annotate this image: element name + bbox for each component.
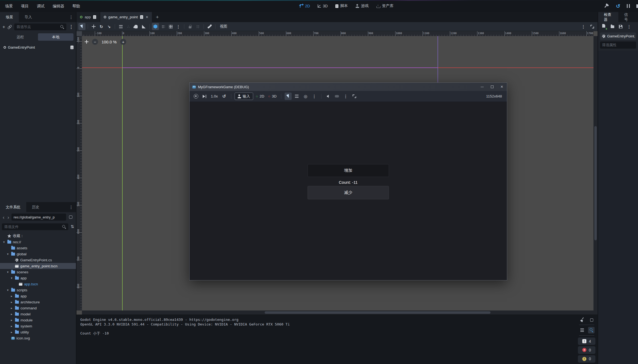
expander[interactable]: ▸ (10, 294, 13, 298)
dock-menu-button[interactable]: ⋮ (66, 12, 76, 22)
pan-mode-button[interactable] (132, 23, 140, 30)
local-button[interactable]: 本地 (38, 33, 73, 41)
zoom-out-button[interactable]: − (92, 39, 98, 45)
file-tree-row[interactable]: icon.svg (0, 335, 76, 341)
zoom-level[interactable]: 100.0 % (102, 40, 117, 44)
workspace-button[interactable]: 2D (300, 4, 310, 8)
close-icon[interactable]: × (501, 85, 503, 89)
zoom-in-button[interactable]: + (120, 39, 126, 45)
embed-menu-button[interactable]: ⋮ (342, 93, 349, 100)
2d-mode-button[interactable]: ○ 2D (255, 93, 265, 100)
game-window-titlebar[interactable]: MyGFrameworkGame (DEBUG) × (190, 83, 507, 91)
scene-tree-menu-button[interactable]: ⋮ (69, 25, 73, 29)
lock-object-button[interactable] (187, 23, 194, 30)
expander[interactable]: ▸ (10, 306, 13, 310)
file-tree-row[interactable]: 收藏： (0, 233, 76, 239)
vertical-scrollbar[interactable] (593, 36, 598, 310)
file-tree-row[interactable]: ▾ global (0, 251, 76, 257)
back-button[interactable]: ‹ (2, 215, 5, 220)
close-tab-icon[interactable]: × (146, 15, 148, 19)
expander[interactable]: ▸ (10, 324, 13, 328)
build-button[interactable] (605, 4, 609, 8)
expander[interactable]: ▸ (10, 312, 13, 316)
game-zoom-level[interactable]: 1.0x (210, 94, 219, 98)
horizontal-scrollbar[interactable] (82, 310, 593, 315)
instance-scene-button[interactable] (8, 25, 12, 29)
file-tree-row[interactable]: ▾ res:// (0, 239, 76, 245)
tab-filesystem[interactable]: 文件系统 (0, 202, 26, 212)
expander[interactable]: ▸ (10, 300, 13, 304)
stop-button[interactable] (636, 4, 638, 8)
canvas[interactable]: − 100.0 % + MyGFrameworkGame (DEBUG) (82, 36, 593, 310)
camera-menu-button[interactable]: ⋮ (311, 93, 318, 100)
canvas-extra-menu-button[interactable]: ⋮ (580, 23, 587, 30)
expander[interactable]: ▾ (6, 252, 10, 256)
file-tree-row[interactable]: ▾ scripts (0, 287, 76, 293)
search-output-button[interactable] (588, 327, 595, 333)
clear-output-button[interactable] (579, 316, 585, 323)
group-object-button[interactable] (194, 23, 201, 30)
workspace-button[interactable]: 资产库 (376, 4, 394, 8)
file-tree-row[interactable]: ▸ system (0, 323, 76, 329)
expander[interactable]: ▾ (6, 288, 10, 292)
snap-menu-button[interactable]: ⋮ (175, 23, 182, 30)
file-tree-row[interactable]: ▸ module (0, 317, 76, 323)
tab-scene[interactable]: 场景 (0, 12, 19, 22)
mute-audio-button[interactable] (325, 93, 332, 100)
warning-count-badge[interactable]: ! 0 (578, 355, 595, 363)
filter-files-input[interactable] (2, 223, 68, 230)
script-icon[interactable] (70, 46, 73, 49)
increase-button[interactable]: 增加 (308, 164, 389, 177)
file-tree-row[interactable]: ▾ scenes (0, 269, 76, 275)
menu-item[interactable]: 项目 (17, 0, 33, 12)
new-scene-tab-button[interactable]: + (152, 12, 162, 22)
game-selection-list-button[interactable] (293, 93, 300, 100)
next-frame-button[interactable] (201, 93, 208, 100)
filter-properties[interactable]: 筛选属性 (600, 42, 636, 49)
ruler-mode-button[interactable] (140, 23, 147, 30)
tab-history[interactable]: 历史 (26, 202, 45, 212)
file-tree-row[interactable]: assets (0, 245, 76, 251)
file-tree-row[interactable]: ▸ app (0, 293, 76, 299)
file-tree-row[interactable]: GameEntryPoint.cs (0, 257, 76, 263)
menu-item[interactable]: 调试 (33, 0, 49, 12)
expander[interactable]: ▾ (2, 240, 6, 244)
embed-options-button[interactable] (333, 93, 341, 100)
maximize-icon[interactable] (491, 85, 494, 88)
reset-zoom-button[interactable]: ↺ (221, 93, 228, 100)
input-mode-button[interactable]: 输入 (235, 93, 253, 100)
pause-button[interactable] (627, 4, 630, 8)
snap-object-button[interactable]: ∴ (125, 23, 132, 30)
2d-viewport[interactable]: -100010020030040050060070080090010001100… (76, 31, 598, 315)
file-tree-row[interactable]: ▾ app (0, 275, 76, 281)
workspace-button[interactable]: 游戏 (356, 4, 369, 8)
tree-node-root[interactable]: GameEntryPoint (0, 44, 76, 51)
move-mode-button[interactable] (90, 23, 97, 30)
3d-mode-button[interactable]: ○ 3D (267, 93, 278, 100)
add-node-button[interactable]: + (2, 25, 5, 29)
expander[interactable]: ▾ (6, 270, 10, 274)
sort-files-button[interactable]: ⇅ (70, 224, 74, 229)
expander[interactable]: ▸ (10, 318, 13, 322)
restart-button[interactable]: ↺ (616, 4, 620, 9)
suspend-button[interactable] (192, 93, 199, 100)
file-tree-row[interactable]: ▸ utility (0, 329, 76, 335)
script-icon[interactable] (93, 15, 96, 19)
tab-inspector[interactable]: 检查器 (598, 12, 618, 22)
new-resource-button[interactable]: + (602, 24, 606, 29)
load-resource-button[interactable] (611, 25, 614, 28)
error-count-badge[interactable]: × 0 (578, 346, 595, 354)
game-select-mode-button[interactable] (285, 93, 292, 100)
skeleton-options-button[interactable] (206, 23, 213, 30)
collapse-messages-button[interactable] (579, 327, 585, 333)
current-path[interactable]: res://global/game_entry_p (11, 214, 66, 221)
tab-signals[interactable]: 信号 (618, 12, 636, 22)
file-tree-row[interactable]: ▸ architecture (0, 299, 76, 305)
menu-item[interactable]: 场景 (1, 0, 17, 12)
inspector-menu-button[interactable]: ⋮ (627, 25, 631, 29)
inspected-node-header[interactable]: GameEntryPoint. (600, 32, 636, 40)
expander[interactable]: ▾ (10, 276, 13, 280)
scrollbar-thumb[interactable] (265, 311, 491, 314)
game-window[interactable]: MyGFrameworkGame (DEBUG) × 1.0x ↺ (189, 82, 507, 280)
tab-partial[interactable] (636, 12, 638, 22)
